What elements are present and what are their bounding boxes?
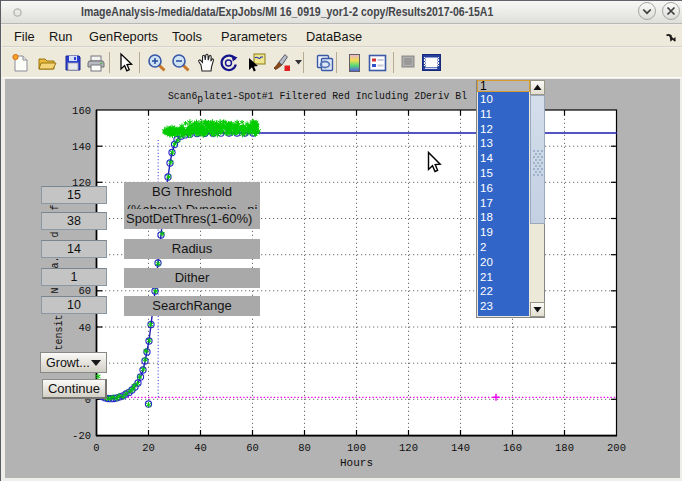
svg-text:100: 100 — [347, 442, 366, 454]
svg-text:140: 140 — [72, 141, 91, 153]
svg-text:-20: -20 — [72, 430, 91, 442]
svg-text:140: 140 — [451, 442, 470, 454]
svg-text:120: 120 — [399, 442, 418, 454]
svg-text:40: 40 — [194, 442, 207, 454]
svg-text:200: 200 — [607, 442, 626, 454]
svg-text:20: 20 — [142, 442, 155, 454]
svg-text:180: 180 — [555, 442, 574, 454]
svg-text:60: 60 — [246, 442, 259, 454]
svg-text:160: 160 — [72, 105, 91, 117]
svg-text:0: 0 — [93, 442, 99, 454]
svg-text:80: 80 — [298, 442, 311, 454]
svg-text:Hours: Hours — [340, 457, 373, 469]
svg-text:40: 40 — [78, 322, 91, 334]
svg-text:160: 160 — [503, 442, 522, 454]
